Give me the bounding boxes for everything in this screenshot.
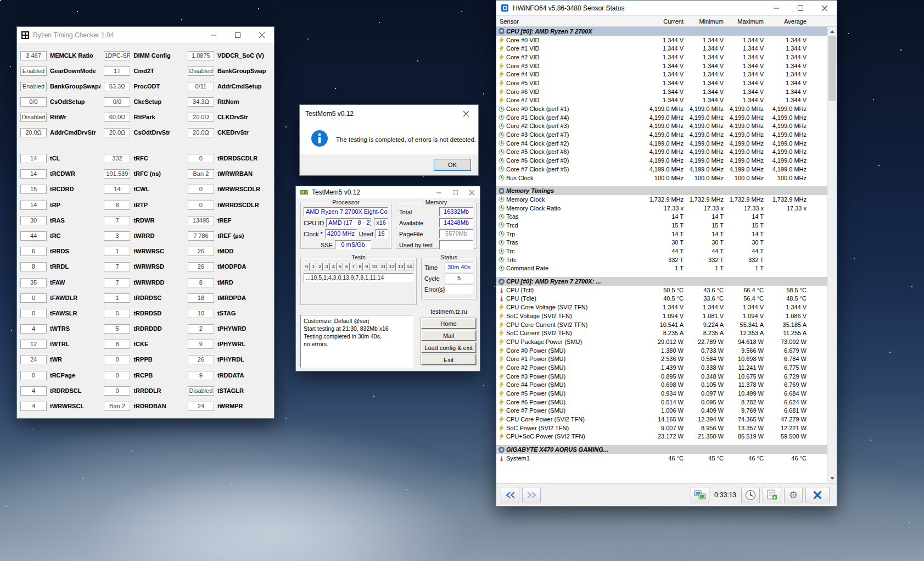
tm5-action-button[interactable]: Exit: [421, 354, 476, 365]
test-number-button[interactable]: 10: [370, 263, 378, 270]
tm5-action-button[interactable]: Home: [421, 318, 476, 329]
test-number-button[interactable]: 14: [405, 263, 413, 270]
sensor-row[interactable]: Core #6 Clock (perf #0)4,199.0 MHz4,199.…: [496, 156, 827, 165]
sensor-row[interactable]: Trc44 T44 T44 T: [496, 247, 827, 255]
sensor-row[interactable]: Core #2 VID1.344 V1.344 V1.344 V1.344 V: [496, 53, 827, 62]
report-button[interactable]: [763, 487, 781, 503]
tm5-action-button[interactable]: Mail: [421, 330, 476, 341]
sensor-row[interactable]: Core #4 Clock (perf #2)4,199.0 MHz4,199.…: [496, 139, 827, 148]
sensor-row[interactable]: Core #6 VID1.344 V1.344 V1.344 V1.344 V: [496, 87, 827, 96]
sensor-row[interactable]: Tras30 T30 T30 T: [496, 238, 827, 247]
sensor-row[interactable]: Core #3 Clock (perf #7)4,199.0 MHz4,199.…: [496, 130, 827, 139]
sensor-scrollbar[interactable]: [827, 27, 837, 483]
sensor-row[interactable]: CPU Package Power (SMU)29.012 W22.789 W9…: [496, 337, 827, 346]
test-number-button[interactable]: 9: [363, 263, 369, 270]
scroll-up-button[interactable]: [828, 27, 837, 36]
sensor-row[interactable]: Core #7 Clock (perf #5)4,199.0 MHz4,199.…: [496, 165, 827, 174]
sensor-row[interactable]: CPU+SoC Power (SVI2 TFN)23.172 W21.350 W…: [496, 432, 827, 441]
rtc-minimize-button[interactable]: [201, 27, 226, 43]
sensor-row[interactable]: Core #4 Power (SMU)0.698 W0.105 W11.378 …: [496, 381, 827, 390]
sensor-row[interactable]: Trfc332 T332 T332 T: [496, 255, 827, 264]
test-number-button[interactable]: 6: [344, 263, 350, 270]
test-number-button[interactable]: 4: [331, 263, 337, 270]
sensor-row[interactable]: Bus Clock100.0 MHz100.0 MHz100.0 MHz100.…: [496, 174, 827, 182]
sensor-row[interactable]: Core #7 VID1.344 V1.344 V1.344 V1.344 V: [496, 96, 827, 105]
tm5-minimize-button[interactable]: [430, 186, 447, 198]
hwinfo-maximize-button[interactable]: [788, 1, 813, 15]
sensor-section-header[interactable]: GIGABYTE X470 AORUS GAMING...: [496, 445, 827, 454]
sensor-row[interactable]: Core #1 Power (SMU)2.536 W0.584 W10.698 …: [496, 354, 827, 363]
sensor-row[interactable]: SoC Voltage (SVI2 TFN)1.094 V1.081 V1.09…: [496, 312, 827, 320]
sensor-row[interactable]: CPU Core Voltage (SVI2 TFN)1.344 V1.344 …: [496, 303, 827, 312]
settings-button[interactable]: ⚙: [784, 487, 803, 503]
nav-forward-button[interactable]: [522, 487, 541, 503]
sensor-row[interactable]: Core #0 VID1.344 V1.344 V1.344 V1.344 V: [496, 36, 827, 45]
sensor-section-header[interactable]: CPU [#0]: AMD Ryzen 7 2700X: ...: [496, 277, 827, 286]
sensor-row[interactable]: Tcas14 T14 T14 T: [496, 212, 827, 221]
rtc-close-button[interactable]: [250, 27, 274, 43]
hwinfo-titlebar[interactable]: HWiNFO64 v5.86-3480 Sensor Status: [496, 1, 837, 16]
sensor-row[interactable]: Trcd15 T15 T15 T: [496, 221, 827, 230]
sensor-row[interactable]: CPU (Tctl)50.5 °C43.6 °C66.4 °C58.5 °C: [496, 286, 827, 295]
column-maximum[interactable]: Maximum: [724, 18, 764, 25]
sensor-column-header[interactable]: Sensor Current Minimum Maximum Average: [496, 16, 837, 27]
sensor-row[interactable]: Core #5 Power (SMU)0.934 W0.097 W10.499 …: [496, 389, 827, 398]
scrollbar-thumb[interactable]: [828, 36, 836, 101]
sensor-row[interactable]: CPU Core Current (SVI2 TFN)10.541 A9.224…: [496, 320, 827, 329]
sensor-section-header[interactable]: Memory Timings: [496, 186, 827, 195]
sensor-row[interactable]: Core #5 VID1.344 V1.344 V1.344 V1.344 V: [496, 79, 827, 87]
sensor-row[interactable]: Core #3 Power (SMU)0.895 W0.348 W10.675 …: [496, 372, 827, 381]
sensor-row[interactable]: Core #5 Clock (perf #6)4,199.0 MHz4,199.…: [496, 148, 827, 157]
tm5-maximize-button[interactable]: [447, 186, 463, 198]
sensor-row[interactable]: Core #4 VID1.344 V1.344 V1.344 V1.344 V: [496, 70, 827, 79]
test-number-button[interactable]: 1: [310, 263, 316, 270]
column-current[interactable]: Current: [635, 18, 684, 25]
ok-button[interactable]: OK: [434, 159, 471, 171]
dialog-close-button[interactable]: [454, 105, 478, 122]
sensor-row[interactable]: Core #2 Power (SMU)1.439 W0.338 W11.241 …: [496, 363, 827, 372]
sensor-row[interactable]: Core #0 Power (SMU)1.380 W0.733 W9.566 W…: [496, 346, 827, 355]
sensor-row[interactable]: Core #3 VID1.344 V1.344 V1.344 V1.344 V: [496, 62, 827, 70]
rtc-maximize-button[interactable]: [226, 27, 250, 43]
website-link[interactable]: testmem.tz.ru: [421, 308, 477, 315]
nav-back-button[interactable]: [501, 487, 519, 503]
sensor-row[interactable]: System146 °C45 °C46 °C46 °C: [496, 454, 827, 463]
tm5-titlebar[interactable]: TestMem5 v0.12: [296, 186, 480, 198]
sensor-row[interactable]: Memory Clock Ratio17.33 x17.33 x17.33 x1…: [496, 204, 827, 213]
test-number-button[interactable]: 8: [357, 263, 363, 270]
sensor-row[interactable]: Memory Clock1,732.9 MHz1,732.9 MHz1,732.…: [496, 195, 827, 204]
test-number-button[interactable]: 13: [396, 263, 405, 270]
column-average[interactable]: Average: [764, 18, 807, 25]
test-number-button[interactable]: 0: [304, 263, 310, 270]
test-number-button[interactable]: 5: [337, 263, 343, 270]
tm5-action-button[interactable]: Load config & exit: [421, 342, 476, 353]
test-number-button[interactable]: 12: [388, 263, 396, 270]
scroll-down-button[interactable]: [828, 474, 837, 483]
hwinfo-minimize-button[interactable]: [764, 1, 788, 15]
sensor-row[interactable]: Core #6 Power (SMU)0.514 W0.095 W8.782 W…: [496, 398, 827, 407]
sensor-row[interactable]: CPU Core Power (SVI2 TFN)14.165 W12.394 …: [496, 415, 827, 424]
test-number-button[interactable]: 11: [379, 263, 387, 270]
sensor-row[interactable]: SoC Current (SVI2 TFN)8.235 A8.235 A12.3…: [496, 329, 827, 337]
sensor-row[interactable]: CPU (Tdie)40.5 °C33.6 °C56.4 °C48.5 °C: [496, 295, 827, 303]
sensor-row[interactable]: Core #0 Clock (perf #1)4,199.0 MHz4,199.…: [496, 104, 827, 113]
tm5-close-button[interactable]: [463, 186, 480, 198]
sensor-row[interactable]: Core #2 Clock (perf #3)4,199.0 MHz4,199.…: [496, 122, 827, 131]
test-number-button[interactable]: 7: [350, 263, 356, 270]
sensor-row[interactable]: Core #1 Clock (perf #4)4,199.0 MHz4,199.…: [496, 113, 827, 122]
sensor-row[interactable]: Core #1 VID1.344 V1.344 V1.344 V1.344 V: [496, 44, 827, 53]
clock-button[interactable]: [741, 487, 760, 503]
column-minimum[interactable]: Minimum: [684, 18, 724, 25]
sensor-section-header[interactable]: CPU [#0]: AMD Ryzen 7 2700X: [496, 27, 827, 36]
rtc-titlebar[interactable]: Ryzen Timing Checker 1.04: [17, 27, 274, 43]
sensor-row[interactable]: Trp14 T14 T14 T: [496, 230, 827, 238]
test-number-button[interactable]: 3: [323, 263, 329, 270]
network-button[interactable]: [691, 487, 709, 503]
test-number-button[interactable]: 2: [317, 263, 323, 270]
column-sensor[interactable]: Sensor: [500, 18, 635, 25]
dialog-titlebar[interactable]: TestMem5 v0.12: [300, 105, 478, 122]
sensor-row[interactable]: Core #7 Power (SMU)1.006 W0.409 W9.769 W…: [496, 407, 827, 415]
close-sensors-button[interactable]: [805, 487, 830, 503]
hwinfo-close-button[interactable]: [813, 1, 837, 15]
sensor-row[interactable]: Command Rate1 T1 T1 T: [496, 264, 827, 273]
